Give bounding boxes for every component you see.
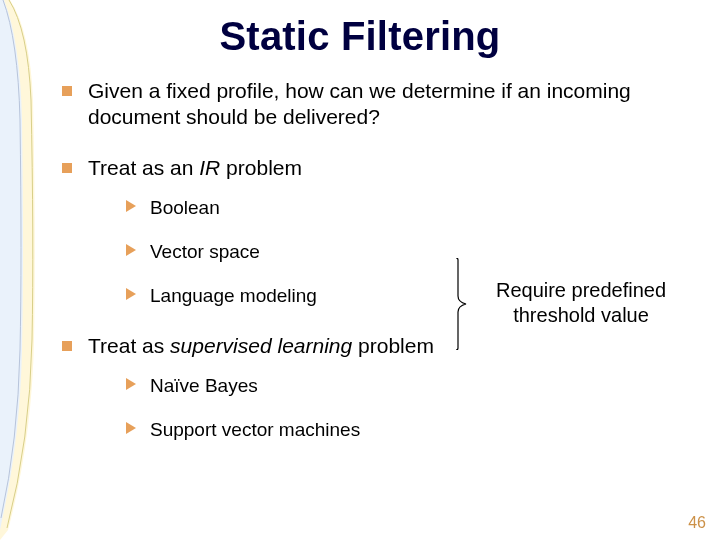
bullet-2-text: Treat as an IR problem [88,155,702,181]
slide: Static Filtering Given a fixed profile, … [0,0,720,540]
sub-bullet: Boolean [126,197,702,219]
corner-decoration [0,0,46,540]
sub-bullet: Naïve Bayes [126,375,702,397]
bullet-2-em: IR [199,156,220,179]
bullet-2-post: problem [220,156,302,179]
slide-title: Static Filtering [0,14,720,59]
chevron-right-icon [126,288,136,300]
chevron-right-icon [126,200,136,212]
square-bullet-icon [62,86,72,96]
bullet-3-pre: Treat as [88,334,170,357]
sub-bullet: Support vector machines [126,419,702,441]
sub-bullet: Vector space [126,241,702,263]
sub-bullet-text: Support vector machines [150,419,360,441]
sub-bullet-text: Naïve Bayes [150,375,258,397]
bracket-icon [456,258,472,354]
bullet-3: Treat as supervised learning problem [62,333,702,359]
sub-bullet-text: Boolean [150,197,220,219]
chevron-right-icon [126,378,136,390]
bracket-annotation: Require predefined threshold value [476,278,686,328]
bullet-2: Treat as an IR problem [62,155,702,181]
square-bullet-icon [62,163,72,173]
bullet-1-text: Given a fixed profile, how can we determ… [88,78,702,131]
bullet-3-post: problem [352,334,434,357]
svg-marker-3 [126,378,136,390]
square-bullet-icon [62,341,72,351]
svg-marker-2 [126,288,136,300]
bullet-2-pre: Treat as an [88,156,199,179]
sub-bullet-text: Vector space [150,241,260,263]
sub-bullet-text: Language modeling [150,285,317,307]
bullet-1: Given a fixed profile, how can we determ… [62,78,702,131]
bullet-3-text: Treat as supervised learning problem [88,333,702,359]
svg-marker-1 [126,244,136,256]
slide-body: Given a fixed profile, how can we determ… [62,78,702,463]
bullet-3-sublist: Naïve Bayes Support vector machines [126,375,702,441]
chevron-right-icon [126,422,136,434]
svg-marker-4 [126,422,136,434]
chevron-right-icon [126,244,136,256]
svg-marker-0 [126,200,136,212]
page-number: 46 [688,514,706,532]
bullet-3-em: supervised learning [170,334,352,357]
